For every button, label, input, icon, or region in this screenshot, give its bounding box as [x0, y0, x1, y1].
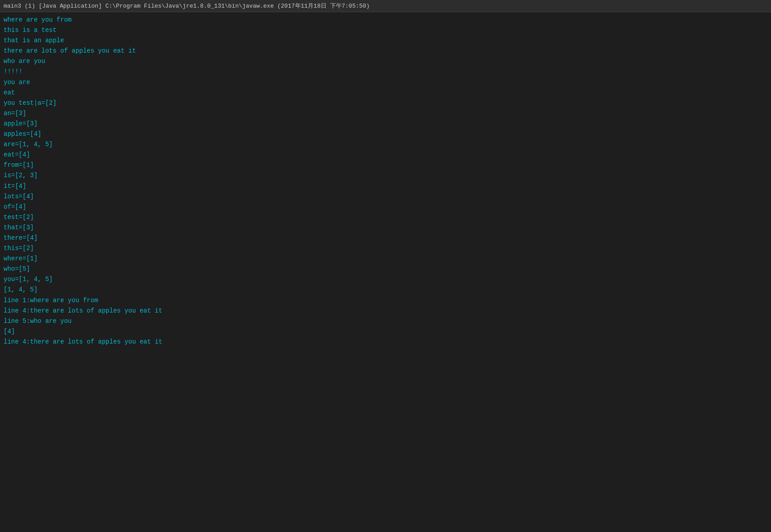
- console-line: there=[4]: [4, 233, 767, 243]
- console-line: an=[3]: [4, 108, 767, 119]
- console-line: [1, 4, 5]: [4, 285, 767, 295]
- console-line: lots=[4]: [4, 192, 767, 202]
- console-line: eat: [4, 88, 767, 98]
- console-line: [4]: [4, 326, 767, 337]
- title-bar: main3 (1) [Java Application] C:\Program …: [0, 0, 771, 12]
- console-line: where=[1]: [4, 254, 767, 264]
- console-line: who are you: [4, 56, 767, 67]
- console-line: you test|a=[2]: [4, 98, 767, 108]
- console-line: test=[2]: [4, 212, 767, 223]
- console-line: where are you from: [4, 15, 767, 25]
- console-line: line 5:who are you: [4, 316, 767, 326]
- console-line: are=[1, 4, 5]: [4, 139, 767, 150]
- console-line: !!!!!: [4, 67, 767, 77]
- console-line: it=[4]: [4, 181, 767, 192]
- console-line: that is an apple: [4, 36, 767, 46]
- console-line: from=[1]: [4, 160, 767, 170]
- console-line: you are: [4, 77, 767, 88]
- console-line: line 4:there are lots of apples you eat …: [4, 306, 767, 316]
- console-line: who=[5]: [4, 264, 767, 274]
- console-output: where are you fromthis is a testthat is …: [0, 12, 771, 350]
- console-line: apples=[4]: [4, 129, 767, 139]
- console-line: this is a test: [4, 25, 767, 36]
- console-line: is=[2, 3]: [4, 170, 767, 181]
- console-line: eat=[4]: [4, 150, 767, 160]
- console-line: this=[2]: [4, 243, 767, 254]
- console-line: line 1:where are you from: [4, 295, 767, 306]
- console-line: that=[3]: [4, 223, 767, 233]
- console-line: you=[1, 4, 5]: [4, 274, 767, 285]
- console-line: line 4:there are lots of apples you eat …: [4, 337, 767, 347]
- console-line: there are lots of apples you eat it: [4, 46, 767, 56]
- console-line: apple=[3]: [4, 119, 767, 129]
- title-text: main3 (1) [Java Application] C:\Program …: [4, 3, 370, 9]
- console-line: of=[4]: [4, 202, 767, 212]
